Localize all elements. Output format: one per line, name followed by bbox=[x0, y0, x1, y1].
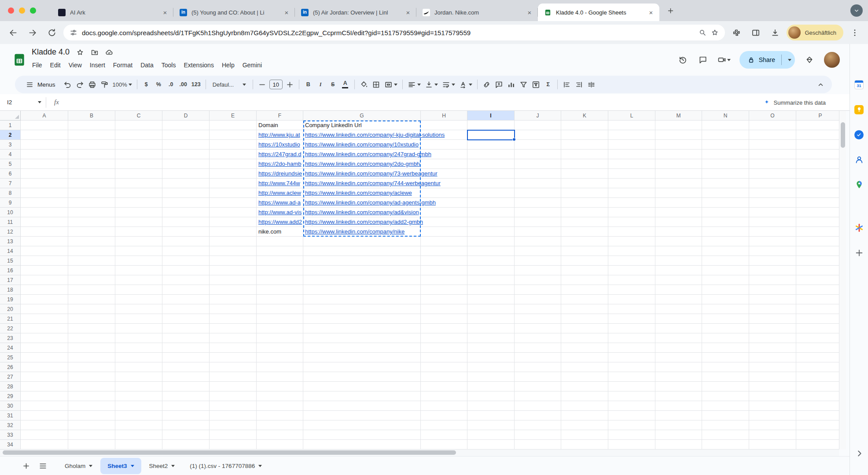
menu-format[interactable]: Format bbox=[109, 60, 136, 70]
cell-O11[interactable] bbox=[749, 217, 796, 227]
cell-G9[interactable]: https://www.linkedin.com/company/ad-agen… bbox=[303, 198, 421, 208]
cell-N32[interactable] bbox=[702, 420, 749, 430]
cell-B8[interactable] bbox=[68, 188, 115, 198]
cell-A30[interactable] bbox=[21, 401, 68, 411]
cell-A10[interactable] bbox=[21, 208, 68, 217]
cell-E28[interactable] bbox=[210, 382, 257, 391]
cell-K8[interactable] bbox=[561, 188, 608, 198]
cell-P16[interactable] bbox=[796, 266, 839, 275]
cell-N18[interactable] bbox=[702, 285, 749, 295]
cell-J24[interactable] bbox=[515, 343, 561, 353]
cell-H31[interactable] bbox=[421, 411, 467, 420]
row-header-6[interactable]: 6 bbox=[0, 169, 21, 179]
cell-N30[interactable] bbox=[702, 401, 749, 411]
vertical-align-button[interactable] bbox=[423, 78, 440, 91]
row-header-22[interactable]: 22 bbox=[0, 324, 21, 333]
cell-G27[interactable] bbox=[303, 372, 421, 382]
cell-N6[interactable] bbox=[702, 169, 749, 179]
spreadsheet-grid[interactable]: ABCDEFGHIJKLMNOP1DomainCompany LinkedIn … bbox=[0, 111, 839, 449]
cell-E5[interactable] bbox=[210, 159, 257, 169]
side-panel-button[interactable] bbox=[748, 25, 764, 40]
cell-K14[interactable] bbox=[561, 246, 608, 256]
paint-format-button[interactable] bbox=[99, 78, 110, 91]
cell-F3[interactable]: https://10xstudio bbox=[257, 140, 303, 150]
insert-link-button[interactable] bbox=[481, 78, 493, 91]
cell-O16[interactable] bbox=[749, 266, 796, 275]
cell-A16[interactable] bbox=[21, 266, 68, 275]
cell-K29[interactable] bbox=[561, 391, 608, 401]
cell-J7[interactable] bbox=[515, 179, 561, 188]
cell-K23[interactable] bbox=[561, 333, 608, 343]
cell-J18[interactable] bbox=[515, 285, 561, 295]
cell-G8[interactable]: https://www.linkedin.com/company/aclewe bbox=[303, 188, 421, 198]
horizontal-scrollbar-thumb[interactable] bbox=[3, 450, 456, 455]
cell-N15[interactable] bbox=[702, 256, 749, 266]
cell-D14[interactable] bbox=[162, 246, 210, 256]
cell-E16[interactable] bbox=[210, 266, 257, 275]
cell-B11[interactable] bbox=[68, 217, 115, 227]
column-header-M[interactable]: M bbox=[655, 111, 702, 121]
cell-D29[interactable] bbox=[162, 391, 210, 401]
row-header-1[interactable]: 1 bbox=[0, 121, 21, 130]
cell-D11[interactable] bbox=[162, 217, 210, 227]
cell-D34[interactable] bbox=[162, 440, 210, 449]
cell-K18[interactable] bbox=[561, 285, 608, 295]
cell-L19[interactable] bbox=[608, 295, 655, 304]
cell-L25[interactable] bbox=[608, 353, 655, 362]
row-header-28[interactable]: 28 bbox=[0, 382, 21, 391]
cell-O25[interactable] bbox=[749, 353, 796, 362]
cell-L27[interactable] bbox=[608, 372, 655, 382]
addon-icon[interactable] bbox=[854, 223, 864, 233]
cell-N19[interactable] bbox=[702, 295, 749, 304]
cell-I20[interactable] bbox=[467, 304, 515, 314]
cell-J26[interactable] bbox=[515, 362, 561, 372]
cell-K13[interactable] bbox=[561, 237, 608, 246]
row-header-25[interactable]: 25 bbox=[0, 353, 21, 362]
cell-P18[interactable] bbox=[796, 285, 839, 295]
cell-C33[interactable] bbox=[115, 430, 162, 440]
cell-E9[interactable] bbox=[210, 198, 257, 208]
cell-I2[interactable] bbox=[467, 130, 515, 140]
row-header-19[interactable]: 19 bbox=[0, 295, 21, 304]
row-header-17[interactable]: 17 bbox=[0, 275, 21, 285]
cell-P13[interactable] bbox=[796, 237, 839, 246]
sheet-tab-sheet3[interactable]: Sheet3 bbox=[100, 458, 141, 474]
cell-E18[interactable] bbox=[210, 285, 257, 295]
cell-F32[interactable] bbox=[257, 420, 303, 430]
cell-I4[interactable] bbox=[467, 150, 515, 159]
document-title[interactable]: Kladde 4.0 bbox=[32, 48, 70, 57]
cell-G28[interactable] bbox=[303, 382, 421, 391]
cell-H28[interactable] bbox=[421, 382, 467, 391]
cell-D28[interactable] bbox=[162, 382, 210, 391]
cell-H3[interactable] bbox=[421, 140, 467, 150]
cell-B17[interactable] bbox=[68, 275, 115, 285]
cell-K15[interactable] bbox=[561, 256, 608, 266]
cell-A1[interactable] bbox=[21, 121, 68, 130]
browser-profile-chip[interactable]: Geschäftlich bbox=[787, 25, 843, 40]
cell-H12[interactable] bbox=[421, 227, 467, 237]
zoom-page-icon[interactable] bbox=[699, 29, 706, 37]
row-header-29[interactable]: 29 bbox=[0, 391, 21, 401]
cell-K31[interactable] bbox=[561, 411, 608, 420]
horizontal-align-button[interactable] bbox=[406, 78, 423, 91]
cell-D2[interactable] bbox=[162, 130, 210, 140]
row-header-2[interactable]: 2 bbox=[0, 130, 21, 140]
cell-B33[interactable] bbox=[68, 430, 115, 440]
cell-J28[interactable] bbox=[515, 382, 561, 391]
cell-M2[interactable] bbox=[655, 130, 702, 140]
cell-C28[interactable] bbox=[115, 382, 162, 391]
cell-A20[interactable] bbox=[21, 304, 68, 314]
reload-button[interactable] bbox=[44, 25, 60, 40]
column-header-P[interactable]: P bbox=[796, 111, 839, 121]
cell-H14[interactable] bbox=[421, 246, 467, 256]
cell-N20[interactable] bbox=[702, 304, 749, 314]
cell-F7[interactable]: http://www.744w bbox=[257, 179, 303, 188]
cell-E1[interactable] bbox=[210, 121, 257, 130]
cell-P31[interactable] bbox=[796, 411, 839, 420]
cell-J19[interactable] bbox=[515, 295, 561, 304]
text-wrap-button[interactable] bbox=[440, 78, 457, 91]
cell-F16[interactable] bbox=[257, 266, 303, 275]
cell-E21[interactable] bbox=[210, 314, 257, 324]
cell-K16[interactable] bbox=[561, 266, 608, 275]
cell-L20[interactable] bbox=[608, 304, 655, 314]
